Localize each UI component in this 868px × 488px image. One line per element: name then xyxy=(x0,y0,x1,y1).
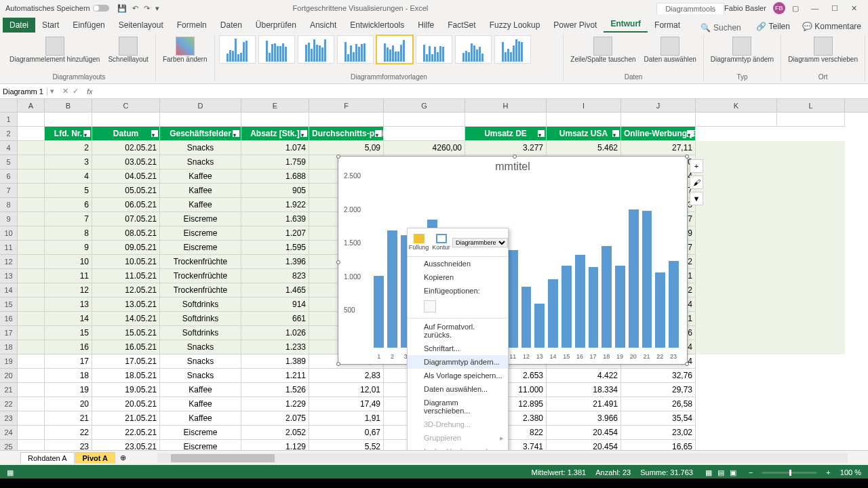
chart-bar[interactable] xyxy=(615,266,625,348)
move-chart-button[interactable]: Diagramm verschieben xyxy=(785,35,861,64)
tab-insert[interactable]: Einfügen xyxy=(66,18,111,33)
change-chart-type-button[interactable]: Diagrammtyp ändern xyxy=(708,35,776,64)
outline-button[interactable]: Kontur xyxy=(430,228,452,256)
worksheet-grid[interactable]: 12Lfd. Nr.DatumGeschäftsfelderAbsatz [St… xyxy=(0,113,868,450)
fill-button[interactable]: Füllung xyxy=(408,228,430,256)
chart-bar[interactable] xyxy=(669,261,679,348)
tab-file[interactable]: Datei xyxy=(3,18,35,33)
horizontal-scrollbar[interactable] xyxy=(157,453,848,463)
filter-dropdown[interactable] xyxy=(538,130,545,137)
zoom-level[interactable]: 100 % xyxy=(840,468,861,476)
chart-area-select[interactable]: Diagrammbere xyxy=(452,228,508,256)
chart-style-8[interactable] xyxy=(494,35,531,64)
col-header-B[interactable]: B xyxy=(45,99,92,112)
fx-icon[interactable]: fx xyxy=(84,87,96,96)
avatar[interactable]: FB xyxy=(773,2,785,14)
tab-review[interactable]: Überprüfen xyxy=(249,18,303,33)
name-dropdown-icon[interactable]: ▾ xyxy=(47,87,57,96)
tab-developer[interactable]: Entwicklertools xyxy=(343,18,411,33)
chart-style-7[interactable] xyxy=(455,35,492,64)
sheet-tab-pivot[interactable]: Pivot A xyxy=(75,452,116,464)
user-name[interactable]: Fabio Basler xyxy=(724,4,766,12)
chart-bar[interactable] xyxy=(575,255,585,348)
chart-style-6[interactable] xyxy=(416,35,452,64)
tab-format[interactable]: Format xyxy=(648,18,687,33)
filter-dropdown[interactable] xyxy=(375,130,382,137)
switch-row-col-button[interactable]: Zeile/Spalte tauschen xyxy=(568,35,638,64)
chart-bar[interactable] xyxy=(374,276,384,348)
col-header-L[interactable]: L xyxy=(777,99,845,112)
share-button[interactable]: 🔗 Teilen xyxy=(752,20,793,33)
chart-bar[interactable] xyxy=(508,250,518,348)
tab-pagelayout[interactable]: Seitenlayout xyxy=(112,18,170,33)
col-header-H[interactable]: H xyxy=(465,99,547,112)
filter-dropdown[interactable] xyxy=(233,130,239,137)
zoom-in-button[interactable]: + xyxy=(826,468,830,476)
chart-object[interactable]: mmtitel 12345678910111213141516171819202… xyxy=(338,156,688,365)
comments-button[interactable]: 💬 Kommentare xyxy=(798,20,865,33)
col-header-J[interactable]: J xyxy=(621,99,696,112)
quick-layout-button[interactable]: Schnelllayout xyxy=(105,35,151,64)
chart-bar[interactable] xyxy=(601,246,612,348)
col-header-I[interactable]: I xyxy=(547,99,621,112)
chart-bar[interactable] xyxy=(534,304,545,348)
chart-bar[interactable] xyxy=(629,209,639,348)
close-icon[interactable]: ✕ xyxy=(846,4,863,12)
ctx-diagrammtypndern[interactable]: Diagrammtyp ändern... xyxy=(408,355,508,369)
chart-bar[interactable] xyxy=(548,279,558,348)
ctx-paste-option[interactable] xyxy=(408,298,508,317)
select-data-button[interactable]: Daten auswählen xyxy=(642,35,699,64)
col-header-G[interactable]: G xyxy=(384,99,465,112)
add-chart-element-button[interactable]: Diagrammelement hinzufügen xyxy=(7,35,102,64)
enter-formula-icon[interactable]: ✓ xyxy=(73,87,79,96)
filter-dropdown[interactable] xyxy=(300,130,307,137)
filter-dropdown[interactable] xyxy=(687,130,694,137)
chart-bar[interactable] xyxy=(387,230,397,348)
col-header-F[interactable]: F xyxy=(309,99,384,112)
chart-style-2[interactable] xyxy=(258,35,295,64)
ribbon-display-icon[interactable]: ▢ xyxy=(792,4,799,13)
chart-bar[interactable] xyxy=(589,267,599,348)
zoom-slider[interactable] xyxy=(762,472,816,474)
col-header-E[interactable]: E xyxy=(241,99,309,112)
chart-bar[interactable] xyxy=(655,272,665,348)
tab-help[interactable]: Hilfe xyxy=(411,18,441,33)
ctx-diagrammverschieben[interactable]: Diagramm verschieben... xyxy=(408,396,508,418)
chart-bar[interactable] xyxy=(642,211,652,348)
cancel-formula-icon[interactable]: ✕ xyxy=(62,87,68,96)
chart-style-3[interactable] xyxy=(298,35,334,64)
select-all-corner[interactable] xyxy=(0,99,18,112)
view-buttons[interactable]: ▦▤▣ xyxy=(703,468,739,477)
tab-formulas[interactable]: Formeln xyxy=(170,18,214,33)
save-icon[interactable]: 💾 xyxy=(117,4,127,13)
ctx-kopieren[interactable]: Kopieren xyxy=(408,270,508,284)
chart-filters-button[interactable]: ▼ xyxy=(690,192,703,205)
sheet-tab-rohdaten[interactable]: Rohdaten A xyxy=(20,452,75,464)
col-header-A[interactable]: A xyxy=(18,99,45,112)
chart-title[interactable]: mmtitel xyxy=(338,157,687,177)
chart-elements-button[interactable]: + xyxy=(690,159,703,173)
redo-icon[interactable]: ↷ xyxy=(144,4,150,13)
ctx-ausschneiden[interactable]: Ausschneiden xyxy=(408,257,508,270)
chart-styles-button[interactable]: 🖌 xyxy=(690,176,703,189)
ctx-datenauswhlen[interactable]: Daten auswählen... xyxy=(408,382,508,396)
tab-fuzzy[interactable]: Fuzzy Lookup xyxy=(483,18,547,33)
ctx-alsvorlagespeichern[interactable]: Als Vorlage speichern... xyxy=(408,369,508,382)
maximize-icon[interactable]: ☐ xyxy=(826,4,844,12)
ctx-einfgeoptionen[interactable]: Einfügeoptionen: xyxy=(408,284,508,298)
undo-icon[interactable]: ↶ xyxy=(132,4,138,13)
chart-bar[interactable] xyxy=(561,266,572,348)
ctx-schriftart[interactable]: Schriftart... xyxy=(408,342,508,355)
minimize-icon[interactable]: — xyxy=(806,4,824,12)
tell-me-search[interactable]: 🔍 Suchen xyxy=(701,23,741,33)
chart-styles-gallery[interactable] xyxy=(219,35,559,64)
tab-start[interactable]: Start xyxy=(35,18,66,33)
filter-dropdown[interactable] xyxy=(151,130,158,137)
chart-bar[interactable] xyxy=(521,287,532,348)
tab-data[interactable]: Daten xyxy=(214,18,249,33)
formula-input[interactable] xyxy=(96,87,868,96)
tab-factset[interactable]: FactSet xyxy=(441,18,482,33)
chart-style-5[interactable] xyxy=(376,35,413,64)
ctx-aufformatvorlzurcks[interactable]: Auf Formatvorl. zurücks. xyxy=(408,320,508,342)
col-header-D[interactable]: D xyxy=(160,99,241,112)
